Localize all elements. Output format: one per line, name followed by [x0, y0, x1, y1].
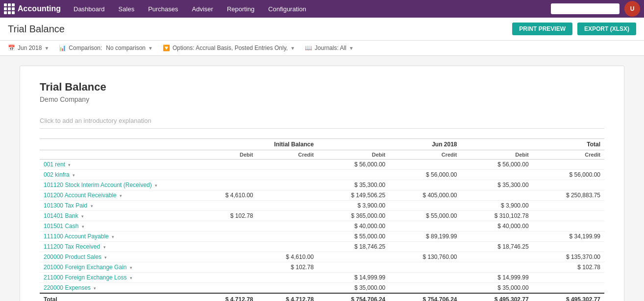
table-row: 220000 Expenses ▾ $ 35,000.00 $ 35,000.0…	[40, 283, 604, 294]
row-ib-credit	[257, 273, 318, 283]
row-tot-debit: $ 310,102.78	[461, 211, 533, 221]
row-jun-credit	[389, 283, 461, 294]
row-tot-debit: $ 35,000.00	[461, 283, 533, 294]
nav-reporting[interactable]: Reporting	[220, 1, 261, 17]
row-ib-debit	[197, 221, 257, 232]
row-ib-credit	[257, 170, 318, 180]
row-ib-debit: $ 102.78	[197, 211, 257, 221]
row-jun-debit: $ 35,300.00	[318, 180, 389, 190]
export-xlsx-button[interactable]: EXPORT (XLSX)	[577, 23, 636, 35]
row-account[interactable]: 101501 Cash ▾	[40, 221, 197, 232]
row-jun-debit: $ 55,000.00	[318, 232, 389, 242]
row-ib-credit	[257, 232, 318, 242]
row-account[interactable]: 111200 Tax Received ▾	[40, 242, 197, 252]
nav-adviser[interactable]: Adviser	[185, 1, 220, 17]
intro-placeholder[interactable]: Click to add an introductory explanation	[40, 113, 604, 129]
row-ib-credit	[257, 180, 318, 190]
row-ib-credit	[257, 160, 318, 170]
row-jun-credit: $ 89,199.99	[389, 232, 461, 242]
row-jun-debit	[318, 252, 389, 262]
tot-credit-header: Credit	[533, 150, 604, 160]
row-tot-debit	[461, 252, 533, 262]
table-row: 101300 Tax Paid ▾ $ 3,900.00 $ 3,900.00	[40, 201, 604, 211]
row-tot-debit: $ 56,000.00	[461, 160, 533, 170]
row-tot-credit	[533, 242, 604, 252]
row-tot-credit: $ 250,883.75	[533, 190, 604, 201]
totals-tot-credit: $ 495,302.77	[533, 293, 604, 301]
nav-purchases[interactable]: Purchases	[141, 1, 185, 17]
report-company: Demo Company	[40, 95, 604, 103]
ib-credit-header: Credit	[257, 150, 318, 160]
row-jun-credit	[389, 273, 461, 283]
comparison-filter[interactable]: 📊 Comparison: No comparison ▼	[59, 45, 153, 51]
totals-ib-credit: $ 4,712.78	[257, 293, 318, 301]
row-account[interactable]: 201000 Foreign Exchange Gain ▾	[40, 262, 197, 273]
table-row: 101200 Account Receivable ▾ $ 4,610.00 $…	[40, 190, 604, 201]
row-tot-credit	[533, 160, 604, 170]
row-tot-credit	[533, 283, 604, 294]
row-tot-debit	[461, 170, 533, 180]
date-label: Jun 2018	[18, 45, 42, 51]
totals-tot-debit: $ 495,302.77	[461, 293, 533, 301]
row-tot-debit: $ 35,300.00	[461, 180, 533, 190]
row-account[interactable]: 101300 Tax Paid ▾	[40, 201, 197, 211]
options-filter[interactable]: 🔽 Options: Accrual Basis, Posted Entries…	[163, 45, 295, 51]
row-account[interactable]: 101120 Stock Interim Account (Received) …	[40, 180, 197, 190]
report-title: Trial Balance	[40, 81, 604, 93]
search-input[interactable]	[551, 3, 619, 14]
toolbar: Trial Balance PRINT PREVIEW EXPORT (XLSX…	[0, 18, 644, 41]
print-preview-button[interactable]: PRINT PREVIEW	[512, 23, 572, 35]
row-ib-debit	[197, 160, 257, 170]
date-caret: ▼	[44, 46, 49, 51]
row-jun-credit: $ 130,760.00	[389, 252, 461, 262]
chart-icon: 📊	[59, 45, 66, 51]
row-ib-credit	[257, 211, 318, 221]
main-content: Trial Balance Demo Company Click to add …	[0, 56, 644, 301]
nav-sales[interactable]: Sales	[112, 1, 142, 17]
jun2018-header: Jun 2018	[318, 139, 461, 150]
table-row: 002 kinfra ▾ $ 56,000.00 $ 56,000.00	[40, 170, 604, 180]
row-jun-credit: $ 55,000.00	[389, 211, 461, 221]
row-account[interactable]: 101401 Bank ▾	[40, 211, 197, 221]
report-card: Trial Balance Demo Company Click to add …	[20, 66, 624, 301]
row-jun-credit	[389, 242, 461, 252]
page-title: Trial Balance	[8, 23, 507, 35]
row-jun-debit	[318, 262, 389, 273]
row-account[interactable]: 001 rent ▾	[40, 160, 197, 170]
journals-filter[interactable]: 📖 Journals: All ▼	[305, 45, 354, 51]
topbar: Accounting Dashboard Sales Purchases Adv…	[0, 0, 644, 18]
row-tot-credit: $ 135,370.00	[533, 252, 604, 262]
row-jun-credit	[389, 262, 461, 273]
row-account[interactable]: 211000 Foreign Exchange Loss ▾	[40, 273, 197, 283]
journals-label: Journals: All	[315, 45, 347, 51]
row-jun-debit: $ 149,506.25	[318, 190, 389, 201]
row-account[interactable]: 111100 Account Payable ▾	[40, 232, 197, 242]
row-tot-debit: $ 18,746.25	[461, 242, 533, 252]
row-tot-debit	[461, 190, 533, 201]
row-tot-credit	[533, 221, 604, 232]
jun-credit-header: Credit	[389, 150, 461, 160]
grid-icon	[4, 3, 15, 14]
row-account[interactable]: 220000 Expenses ▾	[40, 283, 197, 294]
nav-configuration[interactable]: Configuration	[261, 1, 313, 17]
row-ib-debit	[197, 232, 257, 242]
row-jun-credit	[389, 221, 461, 232]
row-ib-credit	[257, 201, 318, 211]
nav-dashboard[interactable]: Dashboard	[67, 1, 112, 17]
row-account[interactable]: 101200 Account Receivable ▾	[40, 190, 197, 201]
row-ib-credit: $ 4,610.00	[257, 252, 318, 262]
filter-icon: 🔽	[163, 45, 170, 51]
row-account[interactable]: 002 kinfra ▾	[40, 170, 197, 180]
totals-row: Total $ 4,712.78 $ 4,712.78 $ 754,706.24…	[40, 293, 604, 301]
sub-account-col	[40, 150, 197, 160]
row-account[interactable]: 200000 Product Sales ▾	[40, 252, 197, 262]
date-filter[interactable]: 📅 Jun 2018 ▼	[8, 45, 49, 51]
main-nav: Dashboard Sales Purchases Adviser Report…	[67, 1, 551, 17]
app-logo[interactable]: Accounting	[4, 3, 61, 14]
table-row: 111200 Tax Received ▾ $ 18,746.25 $ 18,7…	[40, 242, 604, 252]
row-tot-credit	[533, 211, 604, 221]
jun-debit-header: Debit	[318, 150, 389, 160]
table-row: 200000 Product Sales ▾ $ 4,610.00 $ 130,…	[40, 252, 604, 262]
comparison-caret: ▼	[148, 46, 153, 51]
table-body: 001 rent ▾ $ 56,000.00 $ 56,000.00 002 k…	[40, 160, 604, 294]
